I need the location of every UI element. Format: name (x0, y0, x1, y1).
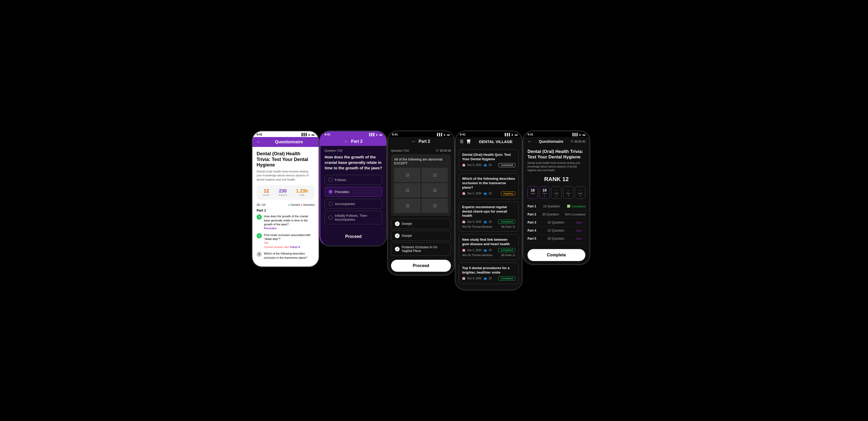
s2-question-label: Question 7/10 (324, 149, 382, 152)
s5-part5-status[interactable]: Start → (576, 237, 585, 240)
s4-card-4-date: Dec 5, 2020 (467, 249, 482, 252)
s4-c3-cal-icon: 📅 (462, 220, 465, 223)
s3-status-icons: ▐▐▐ ▲ ▬ (436, 133, 450, 136)
s3-image-6: 🖼 (422, 199, 448, 213)
s4-card-3-won-by-label: Won By Thomas Abraham (462, 225, 492, 228)
s5-part3-value: – (566, 188, 571, 192)
s3-option-3[interactable]: ✓ Posterior Occlusion In I'm Sagittal Pl… (391, 243, 451, 255)
s5-part4-label: Part 4 (578, 192, 583, 197)
s5-part3-status[interactable]: Start → (576, 221, 585, 224)
s2-option-4-label: Initially Follows, Then Accompanies (335, 214, 378, 221)
s3-question-label: Question 7/10 (391, 149, 409, 152)
s3-option-1-check: ✓ (395, 221, 400, 226)
s3-question-text: All of the following are abnormal EXCEPT (394, 157, 448, 165)
s2-status-bar: 9:41 ▐▐▐ ▲ ▬ (320, 131, 386, 137)
s3-option-3-check: ✓ (395, 247, 400, 251)
s4-card-1-participants: 20 (489, 163, 492, 167)
s5-part1-score: 18 Part 1 (539, 186, 550, 199)
s4-menu-icon[interactable]: ☰ (460, 139, 463, 144)
s3-wifi-icon: ▲ (443, 133, 446, 136)
s5-part-row-3[interactable]: Part 3 15 Question Start → (528, 218, 585, 227)
s2-option-4[interactable]: Initially Follows, Then Accompanies (324, 211, 382, 224)
s5-part-row-1: Part 1 15 Question ✅ Completed (528, 203, 585, 210)
s5-part-row-5[interactable]: Part 5 20 Question Start → (528, 235, 585, 243)
s1-time-stat: 1.23h TIME (296, 188, 308, 197)
s4-card-4-participants: 20 (489, 249, 492, 252)
s4-card-1-date: Dec 5, 2020 (467, 163, 482, 167)
s3-option-2-label: Overjet (402, 234, 412, 238)
s2-proceed-button[interactable]: Proceed (324, 231, 382, 243)
s3-proceed-button[interactable]: Proceed (391, 260, 451, 272)
s4-card-5-participants: 20 (489, 277, 492, 280)
screen5: 9:41 ▐▐▐ ▲ ▬ ← Questionnaire ⏱ 05:00:30 … (523, 130, 590, 265)
s5-rank-label: RANK 12 (528, 176, 585, 183)
s4-card-3[interactable]: Experts recommend regular dental check-u… (459, 202, 519, 232)
s4-wifi-icon: ▲ (511, 133, 514, 136)
s5-rank-block: RANK 12 (528, 176, 585, 183)
s5-part-row-4[interactable]: Part 4 22 Question Start → (528, 227, 585, 235)
s1-rank-value: 12 (263, 188, 270, 194)
s4-card-1-title: Dental (Oral) Health Quiz: Test Your Den… (462, 153, 515, 161)
correct-label: Correct (290, 203, 300, 206)
s4-card-2-badge: Ongoing (501, 191, 515, 196)
s4-card-2-participants: 20 (489, 192, 492, 195)
s2-body: Question 7/10 How does the growth of the… (320, 146, 386, 246)
s2-option-1-circle (329, 178, 333, 182)
s4-card-3-my-rank: My Rank 12 (501, 225, 515, 228)
s4-card-1[interactable]: Dental (Oral) Health Quiz: Test Your Den… (459, 149, 519, 171)
s4-card-5[interactable]: Top 5 dental procedures for a brighter, … (459, 263, 519, 284)
s1-time: 9:41 (257, 133, 262, 136)
s4-card-3-participants: 20 (489, 220, 492, 223)
signal-icon: ▐▐▐ (301, 133, 307, 136)
s4-card-2-title: Which of the following describes occlusi… (462, 177, 515, 190)
s5-part4-score: – Part 4 (575, 186, 585, 199)
s5-part5-name: Part 5 (528, 237, 536, 240)
s1-question-2: 2 First molar occlusion associated with … (257, 233, 314, 249)
s2-back-button[interactable]: ← (344, 139, 348, 144)
s3-body: Question 7/10 ⏱ 05:00:30 All of the foll… (388, 146, 454, 275)
s5-complete-button[interactable]: Complete (528, 249, 585, 261)
s5-part1-name: Part 1 (528, 205, 536, 208)
s5-timer: ⏱ 05:00:30 (570, 140, 585, 143)
s3-image-5: 🖼 (394, 199, 421, 213)
s4-c3-part-icon: 👥 (484, 220, 487, 223)
s4-card-3-meta: 📅 Dec 5, 2020 👥 20 Completed (462, 220, 515, 224)
s1-question-1: 1 How does the growth of the cranial bas… (257, 214, 314, 231)
s5-part2-value: – (554, 188, 559, 192)
s1-header: ← Questionnaire (252, 137, 319, 147)
s1-progress: 20 / 10 (257, 203, 266, 206)
s4-c5-part-icon: 👥 (484, 277, 487, 280)
s1-stats: 12 RANK 230 POINTS 1.23h TIME (257, 185, 314, 200)
s4-card-2[interactable]: Which of the following describes occlusi… (459, 173, 519, 199)
s5-back-button[interactable]: ← (528, 139, 532, 144)
s5-part1-status: ✅ Completed (567, 205, 585, 208)
s3-option-2[interactable]: ✓ Overjet (391, 231, 451, 241)
s2-option-2[interactable]: ✓ Precedes (324, 187, 382, 197)
s1-q2-answer: Yes (264, 241, 314, 245)
s2-option-1[interactable]: Follows (324, 175, 382, 185)
s5-status-bar: 9:41 ▐▐▐ ▲ ▬ (523, 131, 590, 137)
s5-time: 9:41 (528, 133, 533, 136)
s1-q2-correct-answer: Class II (290, 245, 300, 248)
s1-legend: ● Correct ● Incorrect (288, 203, 314, 206)
s5-signal-icon: ▐▐▐ (571, 133, 578, 136)
wifi-icon: ▲ (308, 133, 311, 136)
s1-description: Dental (oral) health trivia involves tes… (257, 170, 314, 182)
s2-time: 9:41 (324, 133, 330, 136)
s4-card-3-winner: Won By Thomas Abraham My Rank 12 (462, 225, 515, 228)
s5-parts-list: Part 1 15 Question ✅ Completed Part 2 20… (528, 203, 585, 243)
s3-header-title: Part 2 (418, 139, 430, 144)
s2-option-3[interactable]: Accompanies (324, 199, 382, 209)
s3-back-button[interactable]: ← (412, 139, 416, 144)
s1-back-button[interactable]: ← (257, 140, 261, 144)
s5-part4-status[interactable]: Start → (576, 229, 585, 232)
s5-part3-name: Part 3 (528, 221, 536, 224)
s4-card-4[interactable]: New study find link between gum disease … (459, 234, 519, 260)
clock-icon: ⏱ (436, 149, 439, 152)
s4-card-2-date: Dec 5, 2020 (467, 192, 482, 195)
s1-q1-num: 1 (257, 214, 262, 220)
s2-option-4-circle (329, 215, 333, 220)
s3-timer: ⏱ 05:00:30 (436, 149, 451, 152)
s4-card-4-title: New study find link between gum disease … (462, 238, 515, 246)
s3-option-1[interactable]: ✓ Overjet (391, 218, 451, 229)
